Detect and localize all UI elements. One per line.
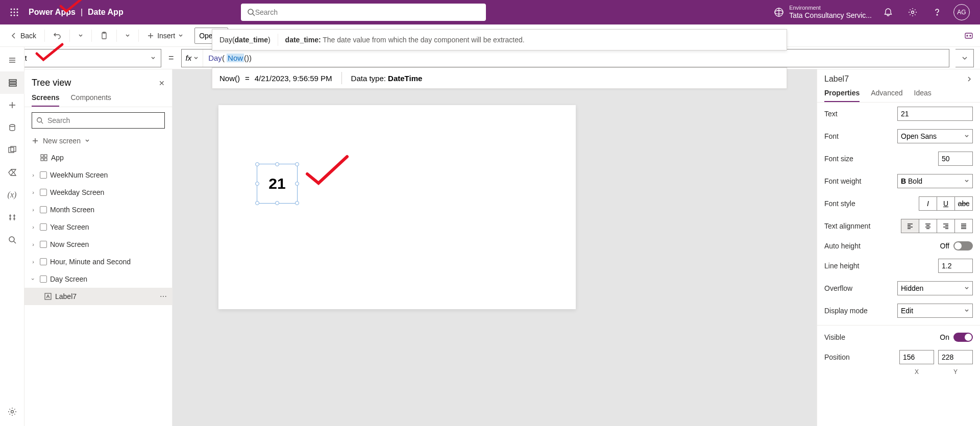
tree-item-label7[interactable]: Label7 ⋯ bbox=[24, 288, 172, 305]
tab-components[interactable]: Components bbox=[70, 93, 111, 107]
tab-properties[interactable]: Properties bbox=[824, 89, 860, 102]
prop-text-input[interactable] bbox=[897, 107, 973, 121]
svg-point-2 bbox=[17, 9, 18, 10]
italic-button[interactable]: I bbox=[919, 196, 937, 211]
back-button[interactable]: Back bbox=[6, 28, 40, 44]
rail-search[interactable] bbox=[0, 229, 24, 251]
tree-search[interactable] bbox=[32, 112, 165, 129]
rail-power-automate[interactable] bbox=[0, 161, 24, 184]
prop-fontweight-select[interactable]: B Bold bbox=[897, 174, 973, 188]
tab-ideas[interactable]: Ideas bbox=[914, 89, 932, 102]
tree-item-screen[interactable]: ›Hour, Minute and Second bbox=[24, 253, 172, 270]
plus-icon bbox=[147, 32, 154, 39]
formula-text[interactable]: Day( Now()) bbox=[203, 54, 257, 63]
prop-overflow-select[interactable]: Hidden bbox=[897, 281, 973, 295]
rail-variables[interactable]: (x) bbox=[0, 184, 24, 206]
prop-fontsize-input[interactable] bbox=[938, 152, 973, 166]
panel-expand-icon[interactable] bbox=[966, 76, 973, 83]
undo-button[interactable] bbox=[49, 28, 65, 44]
settings-icon[interactable] bbox=[904, 4, 921, 20]
avatar[interactable]: AG bbox=[953, 4, 970, 20]
resize-handle[interactable] bbox=[295, 201, 299, 205]
formula-expand[interactable] bbox=[955, 49, 974, 67]
rail-data[interactable] bbox=[0, 116, 24, 139]
divider bbox=[44, 30, 45, 42]
search-input[interactable] bbox=[255, 8, 480, 16]
visible-toggle[interactable] bbox=[953, 333, 973, 342]
rail-tree-view[interactable] bbox=[0, 71, 24, 94]
resize-handle[interactable] bbox=[255, 201, 259, 205]
align-left-button[interactable] bbox=[901, 219, 919, 233]
prop-lineheight-input[interactable] bbox=[938, 259, 973, 273]
visible-value: On bbox=[940, 333, 949, 341]
divider bbox=[91, 30, 92, 42]
notifications-icon[interactable] bbox=[880, 4, 896, 20]
search-box[interactable] bbox=[241, 4, 486, 21]
header-right: Environment Tata Consultancy Servic... A… bbox=[774, 4, 976, 20]
tree-item-screen[interactable]: ›Day Screen bbox=[24, 270, 172, 288]
svg-point-29 bbox=[11, 411, 13, 413]
rail-media[interactable] bbox=[0, 139, 24, 161]
strike-button[interactable]: abc bbox=[954, 196, 973, 211]
rail-settings[interactable] bbox=[0, 400, 24, 423]
more-icon[interactable]: ⋯ bbox=[160, 292, 168, 300]
fx-button[interactable]: fx bbox=[182, 49, 204, 67]
properties-panel: Label7 Properties Advanced Ideas Text Fo… bbox=[817, 69, 980, 426]
svg-line-31 bbox=[41, 122, 43, 124]
prop-font-select[interactable]: Open Sans bbox=[897, 129, 973, 143]
selected-label[interactable]: 21 bbox=[257, 164, 298, 204]
tree-item-screen[interactable]: ›Weekday Screen bbox=[24, 184, 172, 201]
resize-handle[interactable] bbox=[255, 182, 259, 186]
prop-x-input[interactable] bbox=[899, 350, 934, 364]
app-header: Power Apps|Date App Environment Tata Con… bbox=[0, 0, 980, 24]
tab-advanced[interactable]: Advanced bbox=[871, 89, 902, 102]
new-screen-button[interactable]: New screen bbox=[24, 134, 172, 148]
formula-bar[interactable]: fx Day( Now()) bbox=[181, 49, 949, 67]
property-select[interactable]: Text bbox=[8, 49, 161, 67]
resize-handle[interactable] bbox=[275, 162, 279, 166]
waffle-icon[interactable] bbox=[4, 0, 24, 24]
env-label: Environment bbox=[789, 5, 872, 11]
resize-handle[interactable] bbox=[295, 182, 299, 186]
autoheight-toggle[interactable] bbox=[953, 241, 973, 250]
paste-button[interactable] bbox=[96, 28, 112, 44]
prop-overflow-label: Overflow bbox=[824, 284, 852, 292]
resize-handle[interactable] bbox=[255, 162, 259, 166]
prop-displaymode-select[interactable]: Edit bbox=[897, 304, 973, 318]
undo-dropdown[interactable] bbox=[74, 28, 87, 44]
rail-hamburger[interactable] bbox=[0, 49, 24, 71]
virtual-agent-icon[interactable] bbox=[964, 31, 974, 41]
prop-y-input[interactable] bbox=[938, 350, 973, 364]
underline-button[interactable]: U bbox=[937, 196, 955, 211]
rail-insert[interactable] bbox=[0, 94, 24, 116]
rail-advanced-tools[interactable] bbox=[0, 206, 24, 229]
resize-handle[interactable] bbox=[295, 162, 299, 166]
chevron-down-icon bbox=[193, 56, 199, 61]
tab-screens[interactable]: Screens bbox=[32, 93, 59, 107]
tree-item-screen[interactable]: ›WeekNum Screen bbox=[24, 166, 172, 184]
formula-signature-tooltip: Day(date_time) date_time: The date value… bbox=[212, 29, 787, 51]
tree-item-app[interactable]: App bbox=[24, 149, 172, 166]
tree-item-screen[interactable]: ›Now Screen bbox=[24, 236, 172, 253]
prop-text-label: Text bbox=[824, 110, 838, 118]
svg-point-14 bbox=[912, 11, 914, 14]
align-justify-button[interactable] bbox=[954, 219, 973, 233]
insert-button[interactable]: Insert bbox=[143, 28, 187, 44]
paste-dropdown[interactable] bbox=[121, 28, 134, 44]
tree-search-input[interactable] bbox=[47, 116, 160, 124]
prop-fontsize-label: Font size bbox=[824, 155, 853, 163]
resize-handle[interactable] bbox=[275, 201, 279, 205]
canvas[interactable]: 21 bbox=[218, 105, 576, 309]
tree-item-screen[interactable]: ›Year Screen bbox=[24, 218, 172, 236]
align-right-button[interactable] bbox=[937, 219, 955, 233]
environment-picker[interactable]: Environment Tata Consultancy Servic... bbox=[774, 5, 872, 20]
svg-line-10 bbox=[253, 14, 255, 16]
close-icon[interactable]: ✕ bbox=[159, 79, 165, 87]
canvas-area[interactable]: 21 bbox=[173, 69, 817, 426]
help-icon[interactable] bbox=[929, 4, 945, 20]
formula-result-bar: Now() = 4/21/2023, 9:56:59 PM Data type:… bbox=[212, 67, 787, 89]
chevron-down-icon bbox=[961, 55, 968, 62]
align-center-button[interactable] bbox=[919, 219, 937, 233]
tree-item-screen[interactable]: ›Month Screen bbox=[24, 201, 172, 218]
svg-point-19 bbox=[967, 35, 968, 36]
